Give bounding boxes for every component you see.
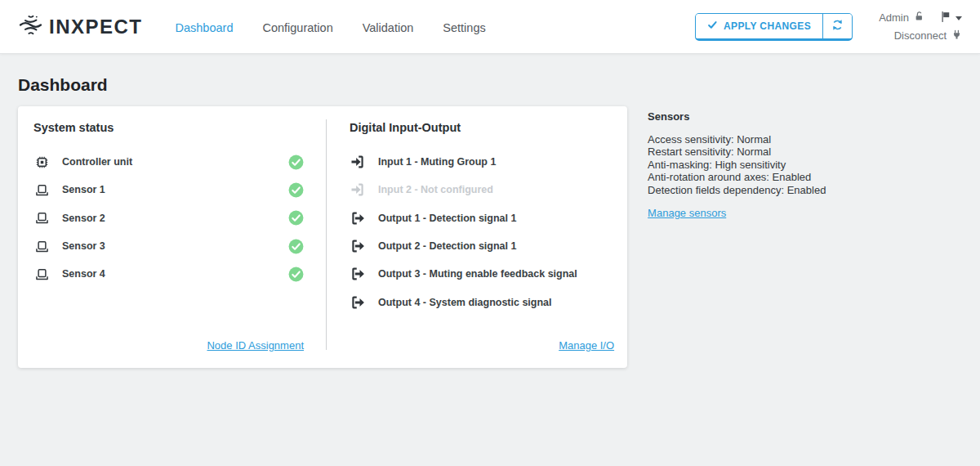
sensor-property: Access sensitivity: Normal bbox=[648, 133, 962, 146]
digital-io-list: Input 1 - Muting Group 1Input 2 - Not co… bbox=[350, 148, 614, 316]
status-row-sensor-3: Sensor 3 bbox=[33, 232, 304, 260]
io-row-output-3: Output 3 - Muting enable feedback signal bbox=[350, 260, 614, 288]
disconnect-link[interactable]: Disconnect bbox=[894, 29, 947, 42]
status-row-sensor-4: Sensor 4 bbox=[33, 260, 304, 288]
digital-io-section: Digital Input-Output Input 1 - Muting Gr… bbox=[327, 106, 627, 368]
brand-logo: INXPECT bbox=[18, 12, 143, 41]
system-status-section: System status Controller unitSensor 1Sen… bbox=[18, 106, 326, 368]
sensors-properties: Access sensitivity: NormalRestart sensit… bbox=[648, 133, 962, 196]
sync-icon bbox=[831, 18, 844, 34]
io-row-output-1: Output 1 - Detection signal 1 bbox=[350, 204, 614, 232]
sensor-property: Detection fields dependency: Enabled bbox=[648, 184, 962, 196]
status-row-controller-unit-label: Controller unit bbox=[62, 156, 132, 168]
sensors-panel: Sensors Access sensitivity: NormalRestar… bbox=[648, 106, 962, 220]
io-row-output-2-label: Output 2 - Detection signal 1 bbox=[378, 240, 516, 252]
status-row-sensor-1: Sensor 1 bbox=[33, 176, 304, 204]
session-block: Admin bbox=[879, 9, 962, 45]
disconnect-row: Disconnect bbox=[879, 27, 962, 45]
sign-out-icon bbox=[350, 266, 369, 282]
io-row-output-2: Output 2 - Detection signal 1 bbox=[350, 232, 614, 260]
apply-changes-group: APPLY CHANGES bbox=[695, 13, 853, 41]
language-selector[interactable] bbox=[940, 11, 962, 25]
status-row-sensor-3-label: Sensor 3 bbox=[62, 240, 105, 252]
node-id-assignment-link[interactable]: Node ID Assignment bbox=[207, 339, 304, 352]
io-row-output-4-label: Output 4 - System diagnostic signal bbox=[378, 297, 552, 308]
sensor-property: Anti-rotation around axes: Enabled bbox=[648, 171, 962, 183]
sign-out-icon bbox=[350, 294, 369, 311]
nav-item-settings[interactable]: Settings bbox=[443, 21, 485, 34]
page-title: Dashboard bbox=[18, 75, 962, 95]
inxpect-wave-logo-icon bbox=[18, 12, 43, 41]
sensor-icon bbox=[33, 266, 53, 283]
main-nav: DashboardConfigurationValidationSettings bbox=[176, 21, 486, 34]
sensor-icon bbox=[33, 209, 53, 226]
io-row-output-1-label: Output 1 - Detection signal 1 bbox=[378, 213, 516, 224]
main-content: Dashboard System status Controller unitS… bbox=[0, 54, 980, 368]
sensor-icon bbox=[33, 181, 53, 199]
check-circle-icon bbox=[288, 239, 304, 254]
sign-out-icon bbox=[350, 238, 369, 254]
apply-changes-button[interactable]: APPLY CHANGES bbox=[696, 14, 822, 38]
sign-in-icon bbox=[350, 181, 369, 198]
status-io-card: System status Controller unitSensor 1Sen… bbox=[18, 106, 627, 368]
check-circle-icon bbox=[288, 267, 304, 282]
user-row: Admin bbox=[879, 9, 962, 27]
status-row-sensor-2: Sensor 2 bbox=[33, 204, 304, 232]
system-status-title: System status bbox=[33, 121, 304, 134]
caret-down-icon bbox=[956, 16, 962, 20]
checkmark-icon bbox=[707, 20, 718, 33]
io-row-output-3-label: Output 3 - Muting enable feedback signal bbox=[378, 268, 577, 280]
check-circle-icon bbox=[288, 210, 304, 226]
flag-icon bbox=[940, 11, 952, 25]
header-actions: APPLY CHANGES Admin bbox=[695, 9, 962, 45]
io-row-input-2-label: Input 2 - Not configured bbox=[378, 184, 493, 195]
sensor-icon bbox=[33, 238, 53, 255]
status-row-sensor-4-label: Sensor 4 bbox=[62, 268, 105, 280]
sensor-property: Anti-masking: High sensitivity bbox=[648, 159, 962, 171]
plug-icon bbox=[951, 29, 962, 43]
nav-item-dashboard[interactable]: Dashboard bbox=[176, 21, 234, 34]
brand-name: INXPECT bbox=[49, 16, 143, 38]
io-row-input-1-label: Input 1 - Muting Group 1 bbox=[378, 156, 496, 168]
refresh-button[interactable] bbox=[822, 14, 852, 38]
sensor-property: Restart sensitivity: Normal bbox=[648, 146, 962, 158]
manage-sensors-link[interactable]: Manage sensors bbox=[648, 207, 726, 219]
status-row-sensor-1-label: Sensor 1 bbox=[62, 184, 105, 195]
app-header: INXPECT DashboardConfigurationValidation… bbox=[0, 0, 980, 54]
user-label: Admin bbox=[879, 11, 909, 24]
io-row-input-1: Input 1 - Muting Group 1 bbox=[350, 148, 614, 176]
nav-item-validation[interactable]: Validation bbox=[363, 21, 414, 34]
status-row-controller-unit: Controller unit bbox=[33, 148, 304, 176]
manage-io-link[interactable]: Manage I/O bbox=[559, 339, 614, 352]
io-row-input-2: Input 2 - Not configured bbox=[350, 176, 614, 204]
chip-icon bbox=[33, 154, 53, 171]
check-circle-icon bbox=[288, 182, 304, 198]
sign-out-icon bbox=[350, 210, 369, 226]
apply-changes-label: APPLY CHANGES bbox=[724, 20, 811, 32]
sign-in-icon bbox=[350, 154, 369, 170]
lock-open-icon bbox=[914, 11, 925, 25]
io-row-output-4: Output 4 - System diagnostic signal bbox=[350, 288, 614, 316]
system-status-list: Controller unitSensor 1Sensor 2Sensor 3S… bbox=[33, 148, 304, 288]
status-row-sensor-2-label: Sensor 2 bbox=[62, 213, 105, 224]
nav-item-configuration[interactable]: Configuration bbox=[262, 21, 332, 34]
sensors-panel-title: Sensors bbox=[648, 110, 962, 123]
check-circle-icon bbox=[288, 155, 304, 170]
digital-io-title: Digital Input-Output bbox=[350, 121, 614, 134]
